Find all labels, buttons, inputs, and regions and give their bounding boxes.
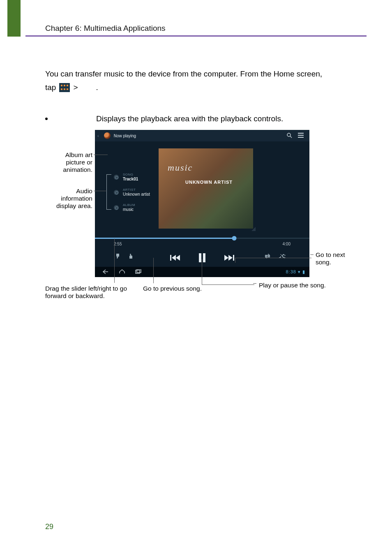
time-total: 4:00 <box>283 242 291 246</box>
ann-line <box>310 254 314 255</box>
previous-button[interactable] <box>170 254 180 261</box>
ann-line <box>94 155 108 155</box>
search-icon[interactable] <box>286 132 292 139</box>
music-disc-icon <box>104 132 111 139</box>
bullet-row: Displays the playback area with the play… <box>45 114 283 123</box>
svg-rect-4 <box>61 88 62 90</box>
svg-rect-15 <box>199 253 201 262</box>
svg-line-8 <box>290 136 292 138</box>
svg-rect-9 <box>298 133 304 134</box>
album-art: music UNKNOWN ARTIST <box>159 148 253 229</box>
now-playing-label: Now playing <box>114 134 136 138</box>
shuffle-icon[interactable] <box>279 253 286 261</box>
header-underline <box>25 35 367 37</box>
song-value: Track01 <box>123 177 138 181</box>
svg-rect-19 <box>233 255 234 261</box>
ann-line <box>114 238 115 283</box>
ann-album-art: Album artpicture oranimation. <box>45 151 92 173</box>
svg-rect-3 <box>67 85 68 86</box>
battery-icon: ▮ <box>302 269 305 274</box>
player-screenshot: ‹ Now playing music UNKNOWN ARTIST SONG … <box>95 130 309 277</box>
ann-line <box>202 259 202 284</box>
bullet-dot <box>45 118 48 120</box>
info-knob-icon[interactable] <box>114 175 119 180</box>
ann-next: Go to nextsong. <box>316 251 345 266</box>
ann-playpause: Play or pause the song. <box>259 282 326 289</box>
wifi-icon: ▾ <box>298 269 301 274</box>
svg-rect-6 <box>67 88 68 90</box>
nav-home-icon[interactable] <box>119 268 125 276</box>
album-value: music <box>123 207 135 212</box>
menu-icon[interactable] <box>298 133 304 139</box>
page-number: 29 <box>45 523 53 531</box>
svg-rect-21 <box>137 269 141 273</box>
ann-line <box>235 258 235 263</box>
status-time: 8:38 <box>286 269 296 274</box>
intro-tap-word: tap <box>45 81 56 93</box>
artist-value: Unknown artist <box>123 192 150 197</box>
system-navbar: 8:38 ▾ ▮ <box>95 267 309 277</box>
svg-rect-20 <box>136 270 140 273</box>
svg-point-7 <box>287 133 291 136</box>
svg-marker-18 <box>228 255 233 261</box>
player-titlebar: ‹ Now playing <box>95 130 309 141</box>
ann-line <box>253 283 256 284</box>
ann-line <box>202 284 254 285</box>
side-accent-bar <box>7 0 21 37</box>
svg-rect-1 <box>61 85 62 86</box>
album-art-artist: UNKNOWN ARTIST <box>185 180 233 185</box>
info-knob-icon[interactable] <box>114 205 119 210</box>
svg-rect-12 <box>170 255 171 261</box>
svg-marker-14 <box>176 255 180 261</box>
album-art-word: music <box>168 162 193 173</box>
nav-back-icon[interactable] <box>102 268 109 276</box>
song-label: SONG <box>123 173 138 176</box>
bracket-line <box>106 174 111 210</box>
album-label: ALBUM <box>123 203 135 207</box>
seek-fill <box>95 238 234 239</box>
next-button[interactable] <box>224 254 234 261</box>
bullet-text: Displays the playback area with the play… <box>96 114 283 123</box>
ann-line <box>153 258 154 283</box>
intro-period: . <box>96 81 98 93</box>
repeat-icon[interactable] <box>264 253 271 261</box>
svg-rect-0 <box>59 83 70 92</box>
ann-line <box>235 258 311 258</box>
ann-line <box>94 191 106 191</box>
apps-grid-icon <box>59 83 70 92</box>
svg-rect-11 <box>298 137 304 138</box>
svg-rect-5 <box>64 88 65 90</box>
back-chevron-icon[interactable]: ‹ <box>97 133 99 138</box>
intro-gt: > <box>73 81 78 93</box>
time-elapsed: 2:55 <box>114 242 122 246</box>
svg-rect-16 <box>203 253 205 262</box>
seek-thumb-icon[interactable] <box>232 236 237 240</box>
ann-prev: Go to previous song. <box>143 285 202 292</box>
artist-label: ARTIST <box>123 188 150 192</box>
svg-marker-13 <box>172 255 176 261</box>
svg-marker-17 <box>224 255 228 261</box>
ann-slider: Drag the slider left/right to go forward… <box>45 285 136 300</box>
play-pause-button[interactable] <box>198 253 206 262</box>
nav-recent-icon[interactable] <box>135 268 142 276</box>
intro-paragraph: You can transfer music to the device fro… <box>45 68 367 94</box>
chapter-header: Chapter 6: Multimedia Applications <box>45 24 166 33</box>
ann-audio-info: Audioinformationdisplay area. <box>45 187 92 210</box>
seek-slider[interactable] <box>95 238 309 239</box>
info-knob-icon[interactable] <box>114 190 119 195</box>
svg-rect-10 <box>298 135 304 136</box>
resize-corner-icon[interactable] <box>251 227 256 231</box>
intro-line1: You can transfer music to the device fro… <box>45 68 367 80</box>
svg-rect-2 <box>64 85 65 86</box>
track-metadata: SONG Track01 ARTIST Unknown artist ALBUM… <box>114 173 150 218</box>
